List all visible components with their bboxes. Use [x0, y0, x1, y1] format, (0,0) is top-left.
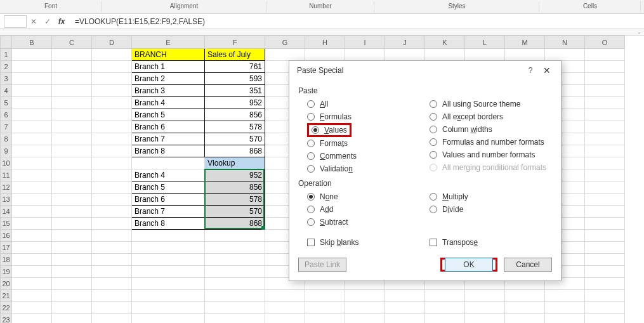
cell[interactable]: 856 [205, 109, 265, 121]
cell[interactable] [12, 109, 52, 121]
cell[interactable]: Branch 5 [132, 181, 205, 194]
cell[interactable] [585, 97, 625, 109]
cancel-formula-icon[interactable]: ✕ [27, 17, 41, 26]
cell[interactable] [52, 157, 92, 169]
cell[interactable] [585, 278, 625, 290]
cell[interactable] [92, 169, 132, 181]
cell[interactable] [12, 314, 52, 324]
cell[interactable] [12, 181, 52, 194]
cell[interactable] [52, 230, 92, 242]
cell[interactable] [205, 254, 265, 266]
cell[interactable]: Branch 3 [132, 85, 205, 97]
cell[interactable] [12, 97, 52, 109]
cell[interactable] [12, 218, 52, 230]
cell[interactable] [465, 49, 505, 61]
row-header[interactable]: 21 [1, 290, 12, 302]
cell[interactable] [205, 242, 265, 254]
row-header[interactable]: 12 [1, 181, 12, 194]
cell[interactable] [132, 266, 205, 278]
col-header[interactable]: M [505, 36, 545, 49]
skip-blanks-checkbox[interactable]: Skip blanks [307, 236, 430, 249]
col-header[interactable]: H [305, 36, 345, 49]
cell[interactable] [205, 266, 265, 278]
cell[interactable]: 952 [205, 169, 265, 181]
cell[interactable] [132, 230, 205, 242]
col-header[interactable]: E [132, 36, 205, 49]
cell[interactable] [52, 97, 92, 109]
cell[interactable] [92, 145, 132, 157]
cell[interactable] [92, 121, 132, 133]
cell[interactable] [52, 61, 92, 73]
cell[interactable] [585, 109, 625, 121]
close-icon[interactable]: ✕ [538, 65, 556, 76]
cell[interactable]: 868 [205, 145, 265, 157]
cell[interactable]: Sales of July [205, 49, 265, 61]
cell[interactable] [12, 206, 52, 218]
radio-all-except-borders[interactable]: All except borders [430, 110, 552, 123]
cell[interactable] [345, 314, 385, 324]
col-header[interactable]: B [12, 36, 52, 49]
radio-formats[interactable]: Formats [307, 137, 430, 150]
cell[interactable] [132, 254, 205, 266]
select-all-corner[interactable] [1, 36, 12, 49]
cell[interactable] [12, 85, 52, 97]
cell[interactable] [92, 218, 132, 230]
cell[interactable] [52, 85, 92, 97]
cell[interactable] [92, 61, 132, 73]
cell[interactable] [545, 49, 585, 61]
cell[interactable]: 570 [205, 133, 265, 145]
cell[interactable] [585, 194, 625, 206]
cell[interactable] [12, 61, 52, 73]
cell[interactable] [585, 254, 625, 266]
cell[interactable] [92, 290, 132, 302]
cell[interactable] [385, 290, 425, 302]
col-header[interactable]: I [345, 36, 385, 49]
cell[interactable] [465, 314, 505, 324]
cell[interactable] [585, 121, 625, 133]
cell[interactable] [52, 181, 92, 194]
radio-values[interactable]: Values [312, 124, 347, 136]
radio-multiply[interactable]: Multiply [430, 190, 552, 203]
row-header[interactable]: 17 [1, 242, 12, 254]
cell[interactable]: 952 [205, 97, 265, 109]
radio-all[interactable]: All [307, 98, 430, 110]
row-header[interactable]: 18 [1, 254, 12, 266]
cell[interactable] [92, 97, 132, 109]
cell[interactable] [52, 266, 92, 278]
radio-col-widths[interactable]: Column widths [430, 123, 552, 136]
cell[interactable] [52, 290, 92, 302]
cell[interactable] [545, 314, 585, 324]
cell[interactable] [585, 145, 625, 157]
cell[interactable] [92, 109, 132, 121]
cell[interactable] [265, 49, 305, 61]
cell[interactable] [12, 133, 52, 145]
cell[interactable] [505, 302, 545, 314]
cell[interactable]: BRANCH [132, 49, 205, 61]
cell[interactable] [585, 85, 625, 97]
radio-divide[interactable]: Divide [430, 203, 552, 216]
cell[interactable] [265, 314, 305, 324]
cell[interactable] [132, 290, 205, 302]
row-header[interactable]: 23 [1, 314, 12, 324]
cell[interactable] [92, 314, 132, 324]
radio-all-theme[interactable]: All using Source theme [430, 98, 552, 110]
cell[interactable] [265, 302, 305, 314]
row-header[interactable]: 10 [1, 157, 12, 169]
cell[interactable]: Branch 4 [132, 169, 205, 181]
formula-bar-expand[interactable]: ⌄ [0, 29, 644, 36]
radio-comments[interactable]: Comments [307, 150, 430, 162]
cell[interactable] [385, 302, 425, 314]
radio-none[interactable]: None [307, 190, 430, 203]
row-header[interactable]: 7 [1, 121, 12, 133]
cell[interactable] [52, 254, 92, 266]
cell[interactable] [305, 49, 345, 61]
radio-add[interactable]: Add [307, 203, 430, 216]
cell[interactable]: Branch 6 [132, 121, 205, 133]
formula-input[interactable]: =VLOOKUP(E11:E15,E2:F9,2,FALSE) [69, 17, 644, 26]
cell[interactable]: Vlookup [205, 157, 265, 169]
cell[interactable] [12, 121, 52, 133]
cell[interactable] [205, 314, 265, 324]
cell[interactable] [92, 302, 132, 314]
radio-subtract[interactable]: Subtract [307, 216, 430, 228]
cancel-button[interactable]: Cancel [504, 258, 552, 272]
